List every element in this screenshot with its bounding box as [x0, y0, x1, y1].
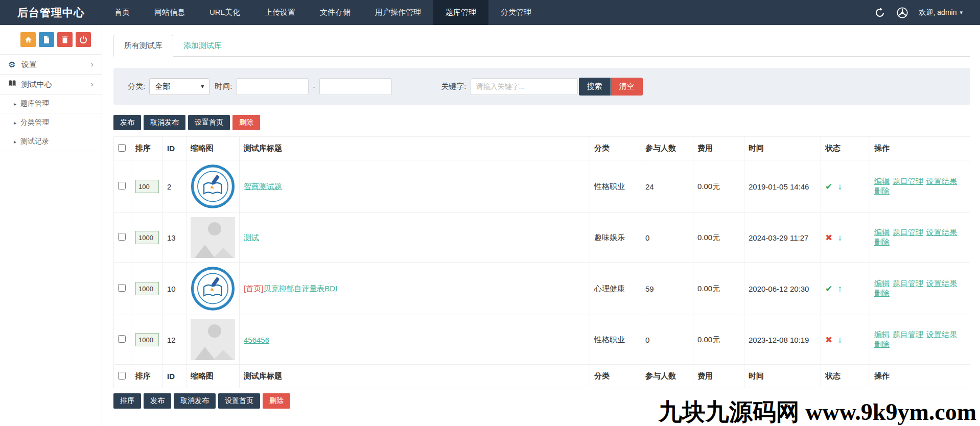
- edit-link[interactable]: 编辑: [874, 279, 890, 288]
- question-manage-link[interactable]: 题目管理: [893, 330, 923, 339]
- nav-item-user-ops[interactable]: 用户操作管理: [363, 0, 433, 25]
- sidebar-item-label: 设置: [21, 60, 37, 69]
- thumbnail-placeholder: [191, 319, 235, 360]
- sort-button[interactable]: 排序: [113, 393, 141, 409]
- sort-input[interactable]: [135, 282, 159, 295]
- edit-link[interactable]: 编辑: [874, 228, 890, 236]
- delete-link[interactable]: 删除: [874, 238, 890, 246]
- set-homepage-button[interactable]: 设置首页: [218, 393, 260, 409]
- nav-item-home[interactable]: 首页: [102, 0, 142, 25]
- row-id: 12: [163, 315, 186, 365]
- set-result-link[interactable]: 设置结果: [926, 177, 957, 185]
- nav-item-question-bank[interactable]: 题库管理: [433, 0, 488, 25]
- set-result-link[interactable]: 设置结果: [926, 228, 957, 236]
- keyword-label: 关键字:: [441, 82, 466, 91]
- sort-input[interactable]: [135, 231, 159, 244]
- homepage-down-arrow-icon: ↓: [837, 182, 842, 192]
- col-sort: 排序: [131, 137, 163, 160]
- filter-bar: 分类: 全部 ▾ 时间: - 关键字: 搜索 清空: [113, 68, 970, 105]
- unpublished-cross-icon: ✖: [825, 335, 832, 345]
- unpublished-cross-icon: ✖: [825, 233, 832, 243]
- welcome-text: 欢迎, admin: [919, 8, 957, 17]
- unpublish-button[interactable]: 取消发布: [174, 393, 216, 409]
- title-link[interactable]: 贝克抑郁自评量表BDI: [263, 284, 337, 293]
- sidebar-item-test-center[interactable]: 测试中心 ›: [0, 75, 102, 94]
- avatar-icon[interactable]: [897, 7, 908, 18]
- publish-button[interactable]: 发布: [113, 115, 141, 130]
- delete-button[interactable]: 删除: [232, 115, 260, 130]
- sidebar-item-settings[interactable]: ⚙ 设置 ›: [0, 55, 102, 75]
- unpublish-button[interactable]: 取消发布: [144, 115, 185, 130]
- delete-link[interactable]: 删除: [874, 289, 890, 297]
- row-checkbox[interactable]: [118, 233, 126, 241]
- question-manage-link[interactable]: 题目管理: [893, 279, 923, 288]
- sidebar-sub-label: 测试记录: [20, 137, 49, 146]
- select-all-checkbox[interactable]: [118, 144, 126, 152]
- sort-input[interactable]: [135, 180, 159, 193]
- row-time: 2024-03-29 11:27: [744, 213, 821, 263]
- publish-button[interactable]: 发布: [144, 393, 171, 409]
- category-select[interactable]: 全部 ▾: [149, 78, 209, 95]
- file-icon[interactable]: [39, 32, 54, 47]
- date-separator: -: [313, 82, 315, 91]
- edit-link[interactable]: 编辑: [874, 330, 890, 339]
- sort-input[interactable]: [135, 333, 159, 346]
- sidebar-item-test-records[interactable]: ▸ 测试记录: [0, 132, 102, 151]
- row-id: 13: [163, 213, 186, 263]
- row-id: 10: [163, 263, 186, 315]
- keyword-input[interactable]: [471, 78, 578, 95]
- delete-link[interactable]: 删除: [874, 340, 890, 348]
- sidebar-item-question-bank[interactable]: ▸ 题库管理: [0, 94, 102, 113]
- col-time: 时间: [744, 365, 821, 388]
- sidebar: ⚙ 设置 › 测试中心 › ▸ 题库管理 ▸ 分类管理 ▸ 测试记录: [0, 25, 102, 426]
- row-checkbox[interactable]: [118, 284, 126, 292]
- trash-icon[interactable]: [57, 32, 73, 47]
- home-icon[interactable]: [20, 32, 36, 47]
- date-to-input[interactable]: [319, 78, 392, 95]
- tab-add-test-bank[interactable]: 添加测试库: [173, 35, 232, 56]
- delete-button[interactable]: 删除: [263, 393, 290, 409]
- title-link[interactable]: 456456: [244, 336, 269, 344]
- table-row: 12 456456 性格职业 0 0.00元 2023-12-08 10:19 …: [114, 315, 970, 365]
- thumbnail-logo: [191, 163, 235, 209]
- title-link[interactable]: 智商测试题: [244, 182, 282, 191]
- sidebar-item-category-mgmt[interactable]: ▸ 分类管理: [0, 113, 102, 132]
- row-checkbox[interactable]: [118, 182, 126, 190]
- nav-item-upload-settings[interactable]: 上传设置: [252, 0, 308, 25]
- nav-item-category[interactable]: 分类管理: [488, 0, 544, 25]
- nav-menu: 首页 网站信息 URL美化 上传设置 文件存储 用户操作管理 题库管理 分类管理: [102, 0, 544, 25]
- date-from-input[interactable]: [236, 78, 309, 95]
- edit-link[interactable]: 编辑: [874, 177, 890, 185]
- quick-buttons: [0, 25, 102, 54]
- col-id: ID: [163, 365, 186, 388]
- col-time: 时间: [744, 137, 821, 160]
- welcome-user-menu[interactable]: 欢迎, admin ▾: [919, 8, 963, 17]
- top-toolbar: 发布 取消发布 设置首页 删除: [113, 115, 970, 130]
- test-bank-table: 排序 ID 缩略图 测试库标题 分类 参与人数 费用 时间 状态 操作: [113, 136, 970, 388]
- main-content: 所有测试库 添加测试库 分类: 全部 ▾ 时间: - 关键字: 搜索 清空 发布…: [102, 25, 980, 426]
- nav-item-site-info[interactable]: 网站信息: [142, 0, 197, 25]
- tab-all-test-banks[interactable]: 所有测试库: [113, 35, 173, 57]
- set-homepage-button[interactable]: 设置首页: [188, 115, 230, 130]
- col-thumbnail: 缩略图: [186, 137, 240, 160]
- set-result-link[interactable]: 设置结果: [926, 279, 957, 288]
- title-link[interactable]: 测试: [244, 233, 259, 242]
- question-manage-link[interactable]: 题目管理: [893, 177, 923, 185]
- power-icon[interactable]: [76, 32, 91, 47]
- search-button[interactable]: 搜索: [579, 78, 611, 96]
- row-category: 性格职业: [590, 160, 641, 213]
- col-status: 状态: [821, 365, 870, 388]
- top-navbar: 后台管理中心 首页 网站信息 URL美化 上传设置 文件存储 用户操作管理 题库…: [0, 0, 980, 25]
- delete-link[interactable]: 删除: [874, 186, 890, 195]
- row-checkbox[interactable]: [118, 335, 126, 343]
- refresh-icon[interactable]: [874, 7, 885, 18]
- col-title: 测试库标题: [240, 137, 590, 160]
- question-manage-link[interactable]: 题目管理: [893, 228, 923, 236]
- triangle-right-icon: ▸: [14, 139, 16, 145]
- set-result-link[interactable]: 设置结果: [926, 330, 957, 339]
- nav-item-file-storage[interactable]: 文件存储: [308, 0, 363, 25]
- row-fee: 0.00元: [693, 263, 744, 315]
- nav-item-url-beautify[interactable]: URL美化: [197, 0, 252, 25]
- clear-button[interactable]: 清空: [611, 78, 643, 96]
- select-all-checkbox-bottom[interactable]: [118, 372, 126, 380]
